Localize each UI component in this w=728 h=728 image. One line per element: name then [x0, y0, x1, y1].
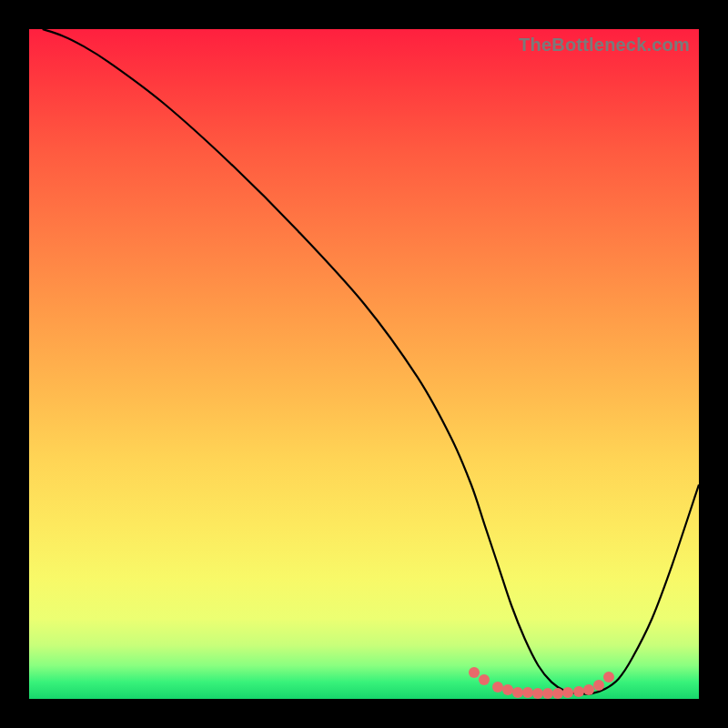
- highlight-dot: [603, 672, 614, 682]
- highlight-dots-layer: [29, 29, 699, 699]
- highlight-dot: [479, 674, 490, 685]
- highlight-dot: [583, 684, 594, 695]
- chart-frame: TheBottleneck.com: [0, 0, 728, 728]
- highlight-dot: [562, 687, 573, 698]
- highlight-dot: [469, 667, 480, 678]
- watermark-label: TheBottleneck.com: [519, 35, 690, 56]
- plot-area: TheBottleneck.com: [29, 29, 699, 699]
- highlight-dot: [593, 680, 604, 691]
- highlight-dot: [573, 686, 584, 697]
